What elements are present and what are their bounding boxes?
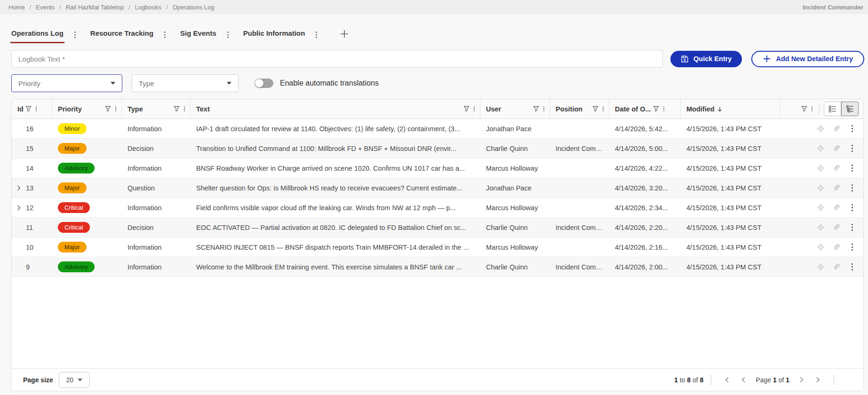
add-tab-button[interactable]	[339, 29, 350, 41]
breadcrumb-item[interactable]: Rail HazMat Tabletop	[66, 4, 124, 11]
row-menu-icon[interactable]	[849, 143, 856, 154]
table-row[interactable]: 16 Minor Information IAP-1 draft circula…	[12, 119, 863, 139]
row-menu-icon[interactable]	[849, 222, 856, 233]
locate-icon[interactable]	[817, 243, 825, 251]
row-menu-icon[interactable]	[849, 203, 856, 213]
column-menu-icon[interactable]	[661, 104, 667, 114]
tab-menu-icon[interactable]	[163, 30, 167, 40]
tab-menu-icon[interactable]	[226, 30, 230, 40]
locate-icon[interactable]	[817, 184, 825, 192]
column-menu-icon[interactable]	[471, 104, 478, 114]
column-menu-icon[interactable]	[182, 104, 188, 114]
pager-page-text: Page 1 of 1	[756, 376, 789, 384]
attachment-icon[interactable]	[833, 204, 841, 212]
column-header-modified[interactable]: Modified	[681, 99, 780, 118]
chevron-right-icon	[798, 376, 805, 383]
table-row[interactable]: 13 Major Question Shelter question for O…	[12, 178, 863, 198]
last-page-button[interactable]	[810, 374, 826, 385]
type-dropdown[interactable]: Type	[132, 74, 239, 92]
column-menu-icon[interactable]	[809, 104, 815, 114]
attachment-icon[interactable]	[833, 164, 841, 172]
tab-sig-events[interactable]: Sig Events	[179, 26, 217, 43]
page-size-dropdown[interactable]: 20	[59, 372, 90, 388]
column-header-date[interactable]: Date of O...	[609, 99, 681, 118]
row-menu-icon[interactable]	[849, 262, 856, 272]
row-id: 12	[26, 204, 33, 212]
attachment-icon[interactable]	[833, 263, 841, 271]
tab-operations-log[interactable]: Operations Log	[10, 26, 64, 43]
row-menu-icon[interactable]	[849, 183, 856, 193]
column-menu-icon[interactable]	[33, 104, 40, 114]
tab-label[interactable]: Resource Tracking	[89, 26, 154, 43]
breadcrumb-item[interactable]: Operations Log	[173, 4, 215, 11]
row-text: Field confirms visible vapor cloud off t…	[191, 204, 480, 212]
row-type: Information	[122, 165, 191, 172]
column-header-position[interactable]: Position	[550, 99, 609, 118]
row-menu-icon[interactable]	[849, 242, 856, 253]
filter-icon[interactable]	[103, 104, 113, 114]
previous-page-button[interactable]	[735, 374, 752, 385]
tree-list-view-button[interactable]	[841, 102, 859, 116]
filter-icon[interactable]	[531, 104, 541, 114]
row-date: 4/14/2026, 2:34...	[609, 204, 681, 212]
table-row[interactable]: 12 Critical Information Field confirms v…	[12, 198, 863, 218]
row-menu-icon[interactable]	[849, 163, 856, 174]
tab-menu-icon[interactable]	[73, 30, 77, 40]
first-page-button[interactable]	[719, 374, 735, 385]
expand-row-icon[interactable]	[15, 184, 22, 191]
attachment-icon[interactable]	[833, 144, 841, 152]
column-menu-icon[interactable]	[541, 104, 547, 114]
tab-public-information[interactable]: Public Information	[242, 26, 306, 43]
filter-icon[interactable]	[799, 104, 809, 114]
table-row[interactable]: 14 Advisory Information BNSF Roadway Wor…	[12, 158, 863, 178]
attachment-icon[interactable]	[833, 243, 841, 251]
tab-label[interactable]: Operations Log	[10, 26, 64, 43]
column-header-priority[interactable]: Priority	[52, 99, 122, 118]
column-menu-icon[interactable]	[113, 104, 119, 114]
view-mode-toggle	[824, 102, 859, 116]
breadcrumb-item[interactable]: Logbooks	[135, 4, 161, 11]
column-header-id[interactable]: Id	[12, 99, 52, 118]
flat-list-view-button[interactable]	[824, 102, 841, 116]
locate-icon[interactable]	[817, 263, 825, 271]
table-row[interactable]: 10 Major Information SCENARIO INJECT 081…	[12, 237, 863, 257]
tab-label[interactable]: Public Information	[242, 26, 306, 43]
column-menu-icon[interactable]	[600, 104, 606, 114]
filter-icon[interactable]	[172, 104, 182, 114]
next-page-button[interactable]	[793, 374, 810, 385]
row-menu-icon[interactable]	[849, 124, 856, 134]
table-row[interactable]: 9 Advisory Information Welcome to the Mi…	[12, 257, 863, 277]
priority-badge: Critical	[58, 222, 90, 233]
expand-row-icon[interactable]	[15, 204, 22, 211]
tab-resource-tracking[interactable]: Resource Tracking	[89, 26, 154, 43]
locate-icon[interactable]	[817, 204, 825, 212]
logbook-text-input[interactable]	[11, 50, 663, 68]
add-new-detailed-entry-button[interactable]: Add New Detailed Entry	[751, 51, 864, 67]
filter-icon[interactable]	[24, 104, 33, 114]
locate-icon[interactable]	[817, 144, 825, 152]
tab-menu-icon[interactable]	[314, 30, 319, 40]
priority-dropdown[interactable]: Priority	[11, 74, 122, 92]
breadcrumb-item[interactable]: Events	[36, 4, 55, 11]
row-text: IAP-1 draft circulated for review at 114…	[191, 125, 480, 133]
filter-icon[interactable]	[651, 104, 661, 114]
locate-icon[interactable]	[817, 125, 825, 133]
toggle-knob	[255, 79, 263, 87]
locate-icon[interactable]	[817, 164, 825, 172]
automatic-translations-toggle[interactable]	[255, 79, 273, 88]
filter-icon[interactable]	[462, 104, 471, 114]
column-header-text[interactable]: Text	[191, 99, 480, 118]
breadcrumb-item[interactable]: Home	[8, 4, 25, 11]
quick-entry-button[interactable]: Quick Entry	[670, 51, 742, 67]
filter-icon[interactable]	[590, 104, 600, 114]
locate-icon[interactable]	[817, 223, 825, 231]
tab-label[interactable]: Sig Events	[179, 26, 217, 43]
table-row[interactable]: 15 Major Decision Transition to Unified …	[12, 139, 863, 158]
attachment-icon[interactable]	[833, 125, 841, 133]
table-row[interactable]: 11 Critical Decision EOC ACTIVATED — Par…	[12, 218, 863, 237]
column-header-type[interactable]: Type	[122, 99, 191, 118]
row-date: 4/14/2026, 2:00...	[609, 263, 681, 271]
attachment-icon[interactable]	[833, 184, 841, 192]
column-header-user[interactable]: User	[480, 99, 550, 118]
attachment-icon[interactable]	[833, 223, 841, 231]
